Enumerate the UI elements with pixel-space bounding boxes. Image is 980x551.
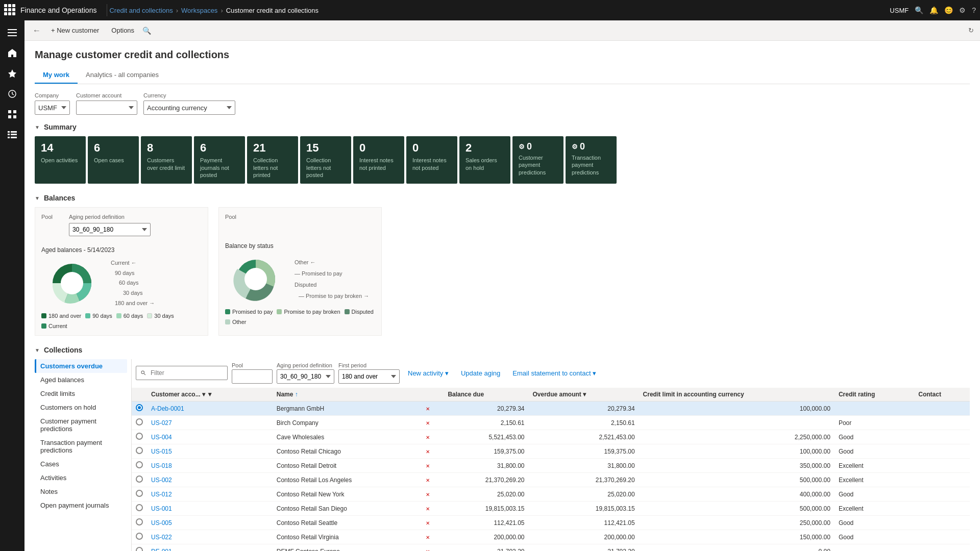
row-account-1[interactable]: US-027 — [147, 416, 273, 430]
table-row[interactable]: US-001 Contoso Retail San Diego ✕ 19,815… — [132, 502, 970, 516]
currency-select[interactable]: Accounting currency — [143, 101, 235, 115]
summary-card-5[interactable]: 15 Collection letters not posted — [300, 136, 351, 184]
row-radio-0[interactable] — [132, 402, 147, 416]
collections-sidebar-item-1[interactable]: Aged balances — [35, 373, 127, 387]
tab-my-work[interactable]: My work — [35, 67, 78, 84]
table-row[interactable]: US-002 Contoso Retail Los Angeles ✕ 21,3… — [132, 473, 970, 487]
row-radio-5[interactable] — [132, 473, 147, 487]
collections-sidebar-item-9[interactable]: Open payment journals — [35, 498, 127, 512]
row-account-10[interactable]: DE-001 — [147, 544, 273, 551]
row-account-6[interactable]: US-012 — [147, 487, 273, 502]
help-icon[interactable]: ? — [972, 6, 976, 14]
row-delete-7[interactable]: ✕ — [422, 502, 444, 516]
row-account-3[interactable]: US-015 — [147, 444, 273, 459]
new-activity-button[interactable]: New activity ▾ — [404, 367, 453, 379]
row-delete-4[interactable]: ✕ — [422, 459, 444, 473]
options-button[interactable]: Options — [107, 24, 138, 36]
collections-filter-input[interactable] — [136, 366, 228, 380]
summary-card-8[interactable]: 2 Sales orders on hold — [459, 136, 510, 184]
row-delete-9[interactable]: ✕ — [422, 530, 444, 544]
breadcrumb-link-2[interactable]: Workspaces — [181, 7, 217, 14]
summary-card-6[interactable]: 0 Interest notes not printed — [353, 136, 404, 184]
table-row[interactable]: US-005 Contoso Retail Seattle ✕ 112,421.… — [132, 516, 970, 530]
row-radio-9[interactable] — [132, 530, 147, 544]
summary-card-10[interactable]: ⚙ 0Transaction payment predictions — [566, 136, 617, 184]
col-name[interactable]: Name ↑ — [273, 388, 422, 402]
row-account-9[interactable]: US-022 — [147, 530, 273, 544]
row-delete-8[interactable]: ✕ — [422, 516, 444, 530]
table-row[interactable]: US-012 Contoso Retail New York ✕ 25,020.… — [132, 487, 970, 502]
summary-card-1[interactable]: 6 Open cases — [88, 136, 139, 184]
tab-analytics[interactable]: Analytics - all companies — [78, 67, 167, 84]
collections-sidebar-item-8[interactable]: Notes — [35, 485, 127, 498]
customer-account-select[interactable] — [76, 101, 137, 115]
row-delete-1[interactable]: ✕ — [422, 416, 444, 430]
summary-card-3[interactable]: 6 Payment journals not posted — [194, 136, 245, 184]
col-credit-limit[interactable]: Credit limit in accounting currency — [639, 388, 835, 402]
col-customer-account[interactable]: Customer acco... ▾ ▼ — [147, 388, 273, 402]
update-aging-button[interactable]: Update aging — [457, 367, 504, 379]
row-radio-8[interactable] — [132, 516, 147, 530]
table-row[interactable]: US-004 Cave Wholesales ✕ 5,521,453.00 2,… — [132, 430, 970, 444]
col-credit-rating[interactable]: Credit rating — [835, 388, 914, 402]
collections-sidebar-item-3[interactable]: Customers on hold — [35, 400, 127, 414]
sidebar-grid-icon[interactable] — [4, 106, 20, 122]
table-row[interactable]: US-018 Contoso Retail Detroit ✕ 31,800.0… — [132, 459, 970, 473]
row-radio-3[interactable] — [132, 444, 147, 459]
row-delete-0[interactable]: ✕ — [422, 402, 444, 416]
sidebar-home-icon[interactable] — [4, 45, 20, 61]
collections-sidebar-item-7[interactable]: Activities — [35, 471, 127, 485]
sidebar-list-icon[interactable] — [4, 127, 20, 143]
summary-card-9[interactable]: ⚙ 0Customer payment predictions — [512, 136, 564, 184]
balances-section-header[interactable]: ▼ Balances — [35, 194, 970, 202]
col-balance-due[interactable]: Balance due — [444, 388, 528, 402]
row-delete-5[interactable]: ✕ — [422, 473, 444, 487]
collections-sidebar-item-0[interactable]: Customers overdue — [35, 359, 127, 373]
collections-sidebar-item-4[interactable]: Customer payment predictions — [35, 414, 127, 436]
sidebar-star-icon[interactable] — [4, 65, 20, 82]
settings-icon[interactable]: ⚙ — [959, 6, 966, 14]
aging-period-select[interactable]: 30_60_90_180 — [69, 223, 151, 236]
summary-section-header[interactable]: ▼ Summary — [35, 123, 970, 131]
table-row[interactable]: US-015 Contoso Retail Chicago ✕ 159,375.… — [132, 444, 970, 459]
col-overdue[interactable]: Overdue amount ▾ — [528, 388, 639, 402]
sidebar-recent-icon[interactable] — [4, 86, 20, 102]
company-select[interactable]: USMF — [35, 101, 70, 115]
row-delete-6[interactable]: ✕ — [422, 487, 444, 502]
bell-icon[interactable]: 🔔 — [929, 6, 938, 14]
summary-card-4[interactable]: 21 Collection letters not printed — [247, 136, 298, 184]
row-radio-10[interactable] — [132, 544, 147, 551]
collections-sidebar-item-5[interactable]: Transaction payment predictions — [35, 436, 127, 457]
collections-section-header[interactable]: ▼ Collections — [35, 346, 970, 354]
row-account-2[interactable]: US-004 — [147, 430, 273, 444]
row-account-4[interactable]: US-018 — [147, 459, 273, 473]
collections-sidebar-item-6[interactable]: Cases — [35, 457, 127, 471]
summary-card-0[interactable]: 14 Open activities — [35, 136, 86, 184]
nav-search-icon[interactable]: 🔍 — [142, 27, 151, 35]
first-period-toolbar-select[interactable]: 180 and over — [338, 369, 400, 384]
table-row[interactable]: US-022 Contoso Retail Virginia ✕ 200,000… — [132, 530, 970, 544]
row-delete-2[interactable]: ✕ — [422, 430, 444, 444]
table-row[interactable]: US-027 Birch Company ✕ 2,150.61 2,150.61… — [132, 416, 970, 430]
row-account-8[interactable]: US-005 — [147, 516, 273, 530]
row-delete-10[interactable]: ✕ — [422, 544, 444, 551]
refresh-icon[interactable]: ↻ — [968, 27, 974, 34]
row-account-5[interactable]: US-002 — [147, 473, 273, 487]
back-button[interactable]: ← — [31, 24, 43, 37]
user-badge[interactable]: USMF — [890, 7, 909, 14]
table-row[interactable]: A-Deb-0001 Bergmann GmbH ✕ 20,279.34 20,… — [132, 402, 970, 416]
row-radio-1[interactable] — [132, 416, 147, 430]
email-statement-button[interactable]: Email statement to contact ▾ — [508, 367, 600, 379]
summary-card-7[interactable]: 0 Interest notes not posted — [406, 136, 457, 184]
collections-sidebar-item-2[interactable]: Credit limits — [35, 387, 127, 400]
row-delete-3[interactable]: ✕ — [422, 444, 444, 459]
aging-toolbar-select[interactable]: 30_60_90_180 — [277, 369, 334, 384]
row-radio-6[interactable] — [132, 487, 147, 502]
smiley-icon[interactable]: 😊 — [944, 6, 953, 14]
search-icon[interactable]: 🔍 — [915, 6, 923, 14]
row-account-0[interactable]: A-Deb-0001 — [147, 402, 273, 416]
app-grid-icon[interactable] — [4, 4, 16, 16]
pool-toolbar-input[interactable] — [232, 369, 273, 384]
new-customer-button[interactable]: + New customer — [47, 24, 103, 36]
row-radio-7[interactable] — [132, 502, 147, 516]
